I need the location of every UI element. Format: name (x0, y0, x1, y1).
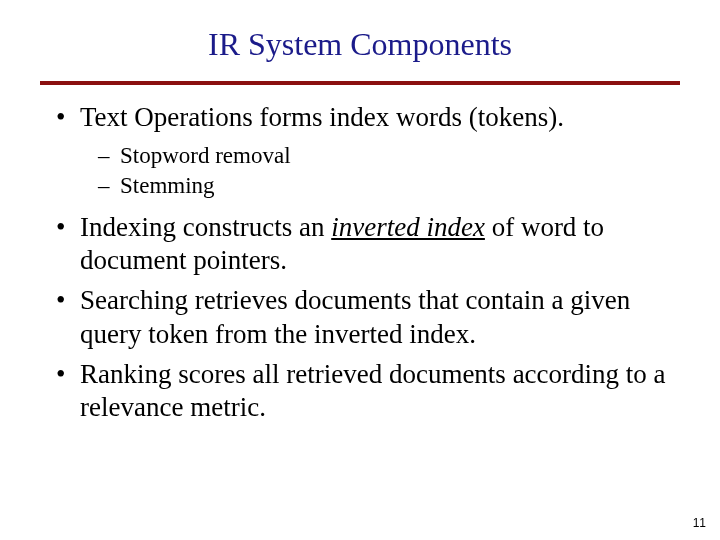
bullet-indexing: Indexing constructs an inverted index of… (52, 211, 668, 279)
lead-term: Ranking (80, 359, 172, 389)
bullet-searching: Searching retrieves documents that conta… (52, 284, 668, 352)
slide-title: IR System Components (0, 0, 720, 75)
bullet-ranking: Ranking scores all retrieved documents a… (52, 358, 668, 426)
bullet-text: constructs an (176, 212, 331, 242)
bullet-text: forms index words (tokens). (253, 102, 564, 132)
slide: IR System Components Text Operations for… (0, 0, 720, 540)
lead-term: Indexing (80, 212, 176, 242)
bullet-list: Text Operations forms index words (token… (52, 101, 668, 425)
slide-body: Text Operations forms index words (token… (0, 85, 720, 425)
lead-term: Text Operations (80, 102, 253, 132)
sub-bullet-list: Stopword removal Stemming (80, 141, 668, 201)
bullet-text-operations: Text Operations forms index words (token… (52, 101, 668, 201)
sub-bullet-stemming: Stemming (98, 171, 668, 201)
page-number: 11 (693, 516, 706, 530)
emphasis-inverted-index: inverted index (331, 212, 485, 242)
sub-bullet-stopword: Stopword removal (98, 141, 668, 171)
lead-term: Searching (80, 285, 188, 315)
